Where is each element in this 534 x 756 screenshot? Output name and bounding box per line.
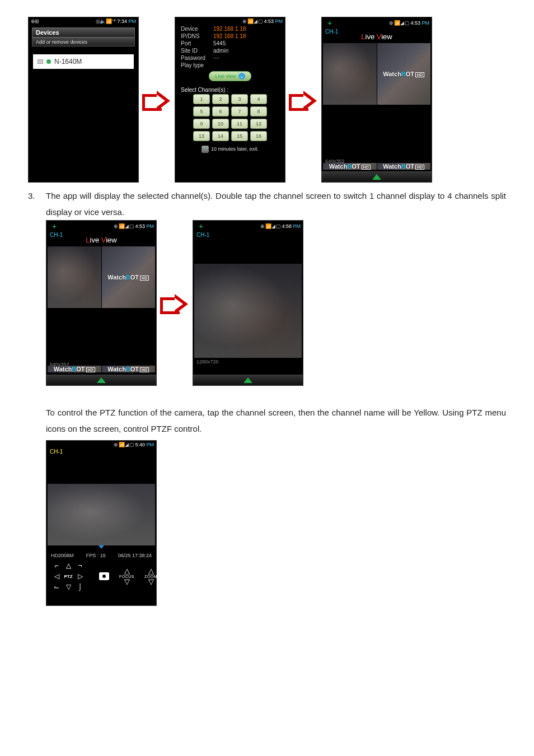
plus-icon[interactable]: + <box>49 222 60 231</box>
ptz-info-bar: HD2008M FPS : 15 06/25 17:38:24 <box>46 550 156 561</box>
snapshot-icon[interactable] <box>99 572 109 580</box>
fps-label: FPS : 15 <box>86 553 106 558</box>
focus-up-icon[interactable]: △ <box>124 568 130 574</box>
status-bar: + ⊕ 📶 ◢ ▢ 4:53 PM <box>46 221 156 232</box>
device-icon <box>38 59 43 64</box>
channel-tile[interactable] <box>102 309 156 370</box>
paragraph-ptz: To control the PTZ function of the camer… <box>46 405 506 437</box>
status-bar: + ⊕ 📶 ◢ ▢ 4:58 PM <box>193 221 303 232</box>
channel-button[interactable]: 10 <box>212 119 229 129</box>
field-port: Port5445 <box>175 40 285 47</box>
channel-button[interactable]: 4 <box>250 94 267 104</box>
channel-button[interactable]: 12 <box>250 119 267 129</box>
dpad-right-icon[interactable]: ▷ <box>74 571 86 581</box>
dpad-up-right-icon[interactable]: ¬ <box>74 561 86 571</box>
select-channels-label: Select Channel(s) : <box>175 83 285 94</box>
device-list-item[interactable]: N-1640M <box>33 54 134 69</box>
watchbot-logo: WatchBOTHD <box>54 366 95 372</box>
resolution-label: 1280x720 <box>193 358 303 366</box>
channel-tile[interactable]: 640x352 <box>48 309 101 370</box>
quad-grid: WatchBOTHD 640x352 <box>323 43 430 166</box>
live-view-title: Live View <box>46 236 156 244</box>
channel-tile[interactable]: WatchBOTHD <box>323 163 377 170</box>
footer-bar <box>193 375 303 385</box>
zoom-up-icon[interactable]: △ <box>148 568 154 574</box>
channel-tile[interactable] <box>377 105 431 167</box>
exit-option[interactable]: 10 minutes later, exit. <box>175 141 285 157</box>
channel-tile[interactable]: WatchBOTHD <box>377 163 431 170</box>
channel-button[interactable]: 14 <box>212 131 229 141</box>
live-view-button[interactable]: Live view⌄ <box>209 71 251 81</box>
row-three-phones: ⊕⊞ ◎🔈 📶 ᴴᴵᴸ 7:34 PM Devices Add or remov… <box>28 17 506 183</box>
channel-button[interactable]: 13 <box>193 131 210 141</box>
watchbot-logo: WatchBOTHD <box>107 366 149 372</box>
arrow-icon <box>142 90 171 110</box>
ptz-label: PTZ <box>63 571 74 581</box>
channel-tile[interactable] <box>48 246 101 308</box>
channel-button[interactable]: 8 <box>250 106 267 116</box>
arrow-icon <box>160 293 189 313</box>
channel-label: CH-1 <box>193 232 303 238</box>
status-bar: ⊕ 📶 ◢ ▢ 4:53 PM <box>175 17 285 25</box>
single-channel-view[interactable] <box>48 484 155 545</box>
channel-button[interactable]: 11 <box>231 119 248 129</box>
channel-button[interactable]: 16 <box>250 131 267 141</box>
channel-button[interactable]: 7 <box>231 106 248 116</box>
field-siteid: Site IDadmin <box>175 47 285 54</box>
status-dot-icon <box>46 59 51 64</box>
devices-subheader: Add or remove devices <box>32 38 135 46</box>
channel-tile[interactable]: WatchBOTHD <box>48 366 101 372</box>
play-up-icon[interactable] <box>97 377 106 383</box>
field-ipdns: IP/DNS192.168.1.18 <box>175 32 285 40</box>
channel-button[interactable]: 9 <box>193 119 210 129</box>
zoom-down-icon[interactable]: ▽ <box>148 579 154 585</box>
row-two-phones: + ⊕ 📶 ◢ ▢ 4:53 PM CH-1 Live View WatchBO… <box>46 220 506 386</box>
status-right: ◎🔈 📶 ᴴᴵᴸ 7:34 PM <box>96 18 136 24</box>
status-bar: ⊕ 📶 ◢ ▢ 5:40 PM <box>46 441 156 449</box>
footer-bar <box>322 171 432 182</box>
watchbot-logo: WatchBOTHD <box>107 274 149 281</box>
dpad-down-right-icon[interactable]: ⌡ <box>74 582 86 592</box>
status-bar: ⊕⊞ ◎🔈 📶 ᴴᴵᴸ 7:34 PM <box>29 17 138 25</box>
focus-down-icon[interactable]: ▽ <box>124 579 130 585</box>
chevron-down-icon: ⌄ <box>238 73 245 80</box>
ptz-controls: ⌐ △ ¬ ◁ PTZ ▷ ⌙ ▽ ⌡ △ FOCUS ▽ △ ZOOM <box>46 561 156 596</box>
channel-tile[interactable]: 640x352 <box>323 105 377 167</box>
devices-header: Devices <box>32 27 135 38</box>
checkbox-icon[interactable] <box>202 146 209 153</box>
channel-button[interactable]: 1 <box>193 94 210 104</box>
ptz-dpad: ⌐ △ ¬ ◁ PTZ ▷ ⌙ ▽ ⌡ <box>51 561 96 592</box>
status-left-icons: ⊕⊞ <box>31 18 39 24</box>
plus-icon[interactable]: + <box>195 222 207 231</box>
dpad-down-left-icon[interactable]: ⌙ <box>51 582 62 592</box>
dpad-up-left-icon[interactable]: ⌐ <box>51 561 62 571</box>
channel-button[interactable]: 2 <box>212 94 229 104</box>
play-up-icon[interactable] <box>243 377 252 383</box>
dpad-left-icon[interactable]: ◁ <box>51 571 62 581</box>
dpad-up-icon[interactable]: △ <box>63 561 74 571</box>
phone-devices: ⊕⊞ ◎🔈 📶 ᴴᴵᴸ 7:34 PM Devices Add or remov… <box>28 17 139 183</box>
channel-button[interactable]: 15 <box>231 131 248 141</box>
phone-live-view-quad: + ⊕ 📶 ◢ ▢ 4:53 PM CH-1 Live View WatchBO… <box>321 17 432 183</box>
phone-ptz: ⊕ 📶 ◢ ▢ 5:40 PM CH-1 HD2008M FPS : 15 06… <box>46 440 157 606</box>
field-password: Password···· <box>175 54 285 62</box>
channel-button[interactable]: 6 <box>212 106 229 116</box>
plus-icon[interactable]: + <box>324 18 335 27</box>
dpad-down-icon[interactable]: ▽ <box>63 582 74 592</box>
field-device: Device192.168.1.18 <box>175 25 285 32</box>
channel-tile[interactable]: WatchBOTHD <box>102 246 156 308</box>
device-name: N-1640M <box>54 58 82 66</box>
arrow-icon <box>289 90 318 110</box>
single-channel-view[interactable] <box>194 264 302 358</box>
phone-channel-select: ⊕ 📶 ◢ ▢ 4:53 PM Device192.168.1.18 IP/DN… <box>175 17 285 183</box>
channel-button[interactable]: 5 <box>193 106 210 116</box>
channel-button[interactable]: 3 <box>231 94 248 104</box>
channel-tile[interactable] <box>323 43 377 105</box>
play-up-icon[interactable] <box>372 174 381 180</box>
model-label: HD2008M <box>51 553 74 558</box>
channel-tile[interactable]: WatchBOTHD <box>102 366 156 372</box>
footer-bar <box>46 375 156 385</box>
channel-tile[interactable]: WatchBOTHD <box>377 43 431 105</box>
watchbot-logo: WatchBOTHD <box>383 163 424 170</box>
phone-live-view-quad-2: + ⊕ 📶 ◢ ▢ 4:53 PM CH-1 Live View WatchBO… <box>46 220 157 386</box>
